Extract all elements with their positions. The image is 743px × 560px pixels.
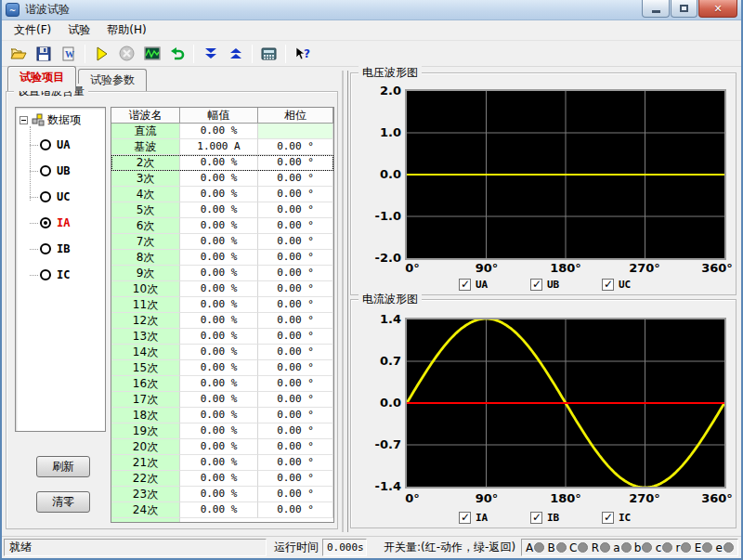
client-area: 试验项目试验参数 设置谐波含量 数据项 UA	[2, 67, 741, 536]
window-title: 谐波试验	[25, 2, 70, 18]
current-chart-title: 电流波形图	[358, 292, 422, 307]
channel-radio-item[interactable]: UB	[16, 158, 105, 184]
indicator-lamp-icon	[702, 542, 712, 553]
menu-item[interactable]: 帮助(H)	[98, 20, 154, 40]
app-icon: ~	[6, 3, 20, 17]
channel-radio-item[interactable]: IA	[16, 210, 105, 236]
radio-icon[interactable]	[40, 269, 51, 280]
table-row[interactable]: 直流 0.00 %	[111, 124, 333, 139]
calculator-button[interactable]	[256, 42, 281, 65]
table-row[interactable]: 20次 0.00 % 0.00 °	[111, 439, 333, 455]
voltage-waveform-group: 电压波形图 2.01.00.0-1.0-2.0 0°90°180°270°360…	[350, 72, 736, 295]
table-row[interactable]: 4次 0.00 % 0.00 °	[111, 187, 333, 202]
channel-checkbox[interactable]: IB	[530, 512, 602, 524]
y-tick-label: 2.0	[358, 84, 401, 98]
context-help-button[interactable]: ?	[290, 42, 315, 65]
minimize-button[interactable]	[642, 0, 670, 18]
channel-radio-item[interactable]: IB	[16, 236, 105, 262]
table-row[interactable]: 15次 0.00 % 0.00 °	[111, 360, 333, 376]
table-row[interactable]: 22次 0.00 % 0.00 °	[111, 471, 333, 487]
export-word-button[interactable]: W	[56, 42, 81, 65]
save-button[interactable]	[31, 42, 56, 65]
column-header-amplitude[interactable]: 幅值	[180, 108, 258, 124]
channel-checkbox[interactable]: UB	[530, 279, 602, 291]
stop-icon	[119, 46, 135, 61]
channel-radio-item[interactable]: UC	[16, 184, 105, 210]
column-header-phase[interactable]: 相位	[258, 108, 333, 124]
channel-checkbox[interactable]: IC	[602, 512, 673, 524]
switch-indicator: E	[695, 541, 713, 554]
raise-button[interactable]	[223, 42, 248, 65]
collapse-icon[interactable]	[20, 116, 28, 124]
table-row[interactable]: 6次 0.00 % 0.00 °	[111, 218, 333, 234]
channel-checkbox[interactable]: UC	[602, 279, 673, 291]
radio-icon[interactable]	[40, 139, 51, 150]
table-row[interactable]: 7次 0.00 % 0.00 °	[111, 234, 333, 250]
table-row[interactable]: 21次 0.00 % 0.00 °	[111, 455, 333, 471]
close-button[interactable]: ✕	[698, 0, 737, 18]
checkbox-icon[interactable]	[459, 279, 471, 291]
maximize-button[interactable]	[671, 0, 697, 18]
channel-radio-item[interactable]: UA	[16, 132, 105, 158]
table-row[interactable]: 8次 0.00 % 0.00 °	[111, 250, 333, 266]
table-row[interactable]: 2次 0.00 % 0.00 °	[111, 155, 333, 171]
status-message: 就绪	[4, 539, 267, 556]
table-row[interactable]: 19次 0.00 % 0.00 °	[111, 423, 333, 439]
radio-icon[interactable]	[40, 243, 51, 254]
radio-icon[interactable]	[40, 165, 51, 176]
harmonics-table: 谐波名 幅值 相位 直流 0.00 % 基波	[111, 107, 334, 523]
return-button[interactable]	[164, 42, 189, 65]
refresh-button[interactable]: 刷新	[36, 456, 90, 477]
table-row[interactable]: 9次 0.00 % 0.00 °	[111, 266, 333, 281]
checkbox-icon[interactable]	[459, 512, 471, 524]
tab[interactable]: 试验参数	[78, 69, 147, 92]
lower-button[interactable]	[198, 42, 223, 65]
current-waveform-plot	[407, 319, 724, 487]
table-row[interactable]: 24次 0.00 % 0.00 °	[111, 502, 333, 518]
checkbox-icon[interactable]	[602, 512, 614, 524]
checkbox-icon[interactable]	[602, 279, 614, 291]
table-row[interactable]: 10次 0.00 % 0.00 °	[111, 281, 333, 297]
y-tick-label: 0.0	[358, 167, 401, 181]
channel-checkbox[interactable]: UA	[459, 279, 530, 291]
app-window: ~ 谐波试验 ✕ 文件(F)试验帮助(H) W	[0, 0, 743, 560]
table-row[interactable]: 5次 0.00 % 0.00 °	[111, 202, 333, 218]
table-header: 谐波名 幅值 相位	[111, 108, 333, 124]
table-row[interactable]: 11次 0.00 % 0.00 °	[111, 297, 333, 313]
indicator-lamp-icon	[642, 542, 652, 553]
radio-icon[interactable]	[40, 191, 51, 202]
open-button[interactable]	[6, 42, 31, 65]
column-header-name[interactable]: 谐波名	[111, 108, 180, 124]
table-row[interactable]: 18次 0.00 % 0.00 °	[111, 408, 333, 423]
y-tick-label: -1.0	[358, 209, 401, 223]
table-row[interactable]: 基波 1.000 A 0.00 °	[111, 139, 333, 155]
table-row[interactable]: 23次 0.00 % 0.00 °	[111, 487, 333, 502]
runtime-value: 0.000s	[322, 539, 367, 556]
tab[interactable]: 试验项目	[7, 66, 76, 91]
menu-item[interactable]: 文件(F)	[6, 20, 59, 40]
clear-button[interactable]: 清零	[36, 491, 90, 513]
table-row[interactable]: 16次 0.00 % 0.00 °	[111, 376, 333, 392]
radio-icon[interactable]	[40, 217, 51, 228]
table-row[interactable]: 3次 0.00 % 0.00 °	[111, 171, 333, 187]
panel-splitter[interactable]	[342, 71, 348, 532]
switch-indicator: a	[613, 541, 631, 554]
title-bar[interactable]: ~ 谐波试验 ✕	[0, 0, 743, 20]
checkbox-icon[interactable]	[530, 512, 542, 524]
toolbar-separator	[252, 45, 253, 63]
run-button[interactable]	[89, 42, 114, 65]
table-row[interactable]: 17次 0.00 % 0.00 °	[111, 392, 333, 408]
checkbox-icon[interactable]	[530, 279, 542, 291]
channel-radio-item[interactable]: IC	[16, 262, 105, 288]
waveform-view-button[interactable]	[139, 42, 164, 65]
menu-item[interactable]: 试验	[59, 20, 98, 40]
switch-legend: 开关量:(红-动作，绿-返回)	[384, 540, 515, 555]
stop-button[interactable]	[114, 42, 139, 65]
table-row[interactable]: 14次 0.00 % 0.00 °	[111, 345, 333, 360]
table-row[interactable]: 12次 0.00 % 0.00 °	[111, 313, 333, 329]
switch-indicator: e	[716, 541, 734, 554]
channel-checkbox[interactable]: IA	[459, 512, 530, 524]
switch-indicator: R	[592, 541, 610, 554]
svg-text:W: W	[65, 49, 74, 59]
table-row[interactable]: 13次 0.00 % 0.00 °	[111, 329, 333, 345]
